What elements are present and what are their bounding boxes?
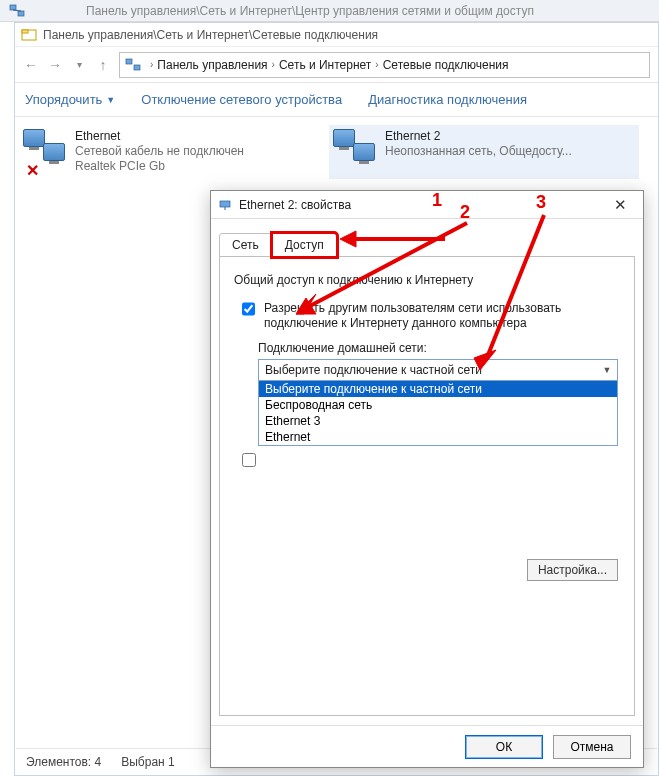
nav-back-button[interactable]: ← [19,53,43,77]
chevron-down-icon: ▼ [106,95,115,105]
combo-option[interactable]: Выберите подключение к частной сети [259,381,617,397]
toolbar: Упорядочить ▼ Отключение сетевого устрой… [15,83,658,117]
settings-button[interactable]: Настройка... [527,559,618,581]
chevron-right-icon: › [371,59,382,70]
organize-label: Упорядочить [25,92,102,107]
svg-rect-0 [10,5,16,10]
breadcrumb-icon [124,56,142,74]
nav-bar: ← → ▾ ↑ › Панель управления › Сеть и Инт… [15,47,658,83]
sharing-fieldset: Общий доступ к подключению к Интернету Р… [234,273,620,470]
disable-label: Отключение сетевого устройства [141,92,342,107]
ethernet-properties-dialog: Ethernet 2: свойства ✕ Сеть Доступ Общий… [210,190,644,768]
background-path: Панель управления\Сеть и Интернет\Центр … [86,4,534,18]
breadcrumb[interactable]: › Панель управления › Сеть и Интернет › … [119,52,650,78]
connection-status: Сетевой кабель не подключен [75,144,244,159]
folder-icon [21,27,37,43]
svg-rect-7 [220,201,230,207]
connection-device: Realtek PCIe Gb [75,159,244,174]
allow-sharing-row: Разрешить другим пользователям сети испо… [238,301,620,331]
diagnose-action[interactable]: Диагностика подключения [368,92,527,107]
nav-forward-button[interactable]: → [43,53,67,77]
connection-item-ethernet2[interactable]: Ethernet 2 Неопознанная сеть, Общедосту.… [329,125,639,179]
svg-rect-1 [18,11,24,16]
second-checkbox[interactable] [242,453,256,467]
combo-option[interactable]: Беспроводная сеть [259,397,617,413]
breadcrumb-part[interactable]: Сеть и Интернет [279,58,371,72]
combo-option[interactable]: Ethernet 3 [259,413,617,429]
ok-button[interactable]: ОК [465,735,543,759]
error-x-icon: ✕ [23,161,41,179]
connection-icon [333,129,385,177]
tab-network[interactable]: Сеть [219,233,272,257]
svg-rect-4 [22,30,28,33]
status-selected: Выбран 1 [121,755,174,769]
svg-rect-6 [134,65,140,70]
window-title-text: Панель управления\Сеть и Интернет\Сетевы… [43,28,378,42]
close-icon: ✕ [614,196,627,214]
dialog-titlebar: Ethernet 2: свойства ✕ [211,191,643,219]
background-titlebar: Панель управления\Сеть и Интернет\Центр … [0,0,659,22]
allow-sharing-checkbox[interactable] [242,302,255,316]
fieldset-legend: Общий доступ к подключению к Интернету [234,273,620,293]
nav-up-button[interactable]: ↑ [91,53,115,77]
disable-device-action[interactable]: Отключение сетевого устройства [141,92,342,107]
close-button[interactable]: ✕ [603,193,637,217]
connection-name: Ethernet 2 [385,129,572,144]
connection-item-ethernet[interactable]: ✕ Ethernet Сетевой кабель не подключен R… [19,125,329,179]
second-checkbox-row [238,452,620,470]
connection-icon: ✕ [23,129,75,177]
network-center-icon [8,2,26,20]
chevron-down-icon: ▼ [599,362,615,378]
breadcrumb-part[interactable]: Сетевые подключения [383,58,509,72]
cancel-button[interactable]: Отмена [553,735,631,759]
home-connection-label: Подключение домашней сети: [258,341,620,355]
combo-option[interactable]: Ethernet [259,429,617,445]
svg-line-2 [13,10,21,11]
organize-menu[interactable]: Упорядочить ▼ [25,92,115,107]
diagnose-label: Диагностика подключения [368,92,527,107]
network-adapter-icon [217,197,233,213]
tab-panel-access: Общий доступ к подключению к Интернету Р… [219,256,635,716]
connections-list: ✕ Ethernet Сетевой кабель не подключен R… [15,117,658,187]
chevron-right-icon: › [146,59,157,70]
window-titlebar: Панель управления\Сеть и Интернет\Сетевы… [15,23,658,47]
nav-recent-button[interactable]: ▾ [67,53,91,77]
home-connection-combo[interactable]: Выберите подключение к частной сети ▼ [258,359,618,381]
svg-rect-5 [126,59,132,64]
tabs: Сеть Доступ [211,219,643,257]
breadcrumb-part[interactable]: Панель управления [157,58,267,72]
dialog-title: Ethernet 2: свойства [239,198,351,212]
allow-sharing-label: Разрешить другим пользователям сети испо… [264,301,620,331]
connection-name: Ethernet [75,129,244,144]
tab-access[interactable]: Доступ [272,233,337,257]
chevron-right-icon: › [268,59,279,70]
combo-dropdown-list: Выберите подключение к частной сети Бесп… [258,381,618,446]
combo-selected-value: Выберите подключение к частной сети [259,360,617,380]
dialog-footer: ОК Отмена [211,725,643,767]
connection-status: Неопознанная сеть, Общедосту... [385,144,572,159]
status-count: Элементов: 4 [26,755,101,769]
